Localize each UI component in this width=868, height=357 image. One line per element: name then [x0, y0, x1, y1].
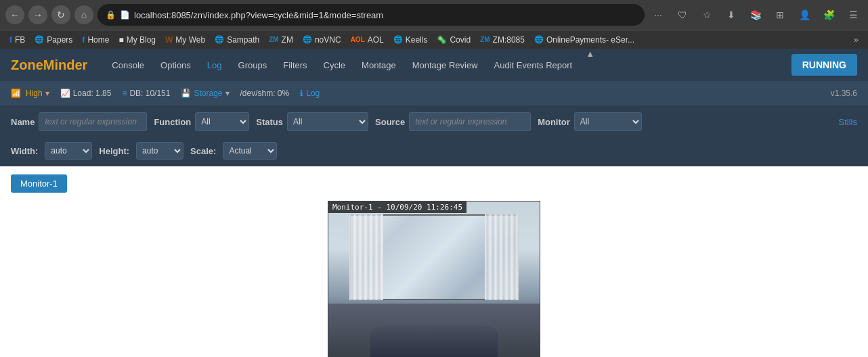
address-text[interactable]: localhost:8085/zm/index.php?view=cycle&m… [134, 10, 636, 20]
scale-bar: Width: auto 320 640 1280 Height: auto 24… [0, 138, 868, 166]
nav-audit[interactable]: Audit Events Report [486, 49, 581, 81]
bookmarks-more-button[interactable]: » [850, 33, 863, 46]
feed-container: Monitor-1 - 10/09/20 11:26:45 [11, 201, 857, 357]
bookmark-fb[interactable]: f FB [5, 34, 29, 46]
globe-icon: 🌐 [35, 35, 44, 44]
settings-button[interactable]: ☰ [844, 5, 863, 24]
page-icon: 📄 [120, 10, 130, 20]
stills-link[interactable]: Stills [839, 117, 857, 127]
status-db: ≡ DB: 10/151 [122, 89, 170, 98]
bookmark-papers-label: Papers [47, 35, 72, 45]
address-bar[interactable]: 🔒 📄 localhost:8085/zm/index.php?view=cyc… [97, 4, 645, 26]
camera-visual [328, 201, 540, 357]
back-button[interactable]: ← [5, 5, 24, 24]
bookmark-fb-label: FB [15, 35, 25, 45]
load-label: Load: 1.85 [73, 89, 112, 98]
bookmark-zm-label: ZM [282, 35, 293, 45]
bookmark-covid[interactable]: 🦠 Covid [433, 34, 475, 46]
storage-dropdown-icon[interactable]: ▾ [225, 89, 230, 98]
monitor-select[interactable]: All Monitor-1 [574, 112, 642, 131]
nav-options[interactable]: Options [152, 49, 199, 81]
sidebar-button[interactable]: 📚 [746, 5, 765, 24]
bookmark-aol[interactable]: AOL AOL [347, 34, 388, 46]
camera-object [370, 325, 497, 357]
home-button[interactable]: ⌂ [74, 5, 93, 24]
globe-icon-3: 🌐 [303, 35, 312, 44]
globe-icon-4: 🌐 [393, 35, 403, 44]
camera-feed: Monitor-1 - 10/09/20 11:26:45 [328, 201, 540, 357]
nav-filters[interactable]: Filters [275, 49, 315, 81]
scale-select[interactable]: Actual 25% 50% 75% 100% 150% 200% [223, 142, 277, 160]
bookmark-myweb[interactable]: W My Web [161, 34, 209, 46]
zm-icon: ZM [269, 36, 278, 43]
globe-icon-2: 🌐 [215, 35, 224, 44]
bookmark-zm8085-label: ZM:8085 [493, 35, 525, 45]
filter-bar: Name Function All Monitor Modect Record … [0, 105, 868, 138]
storage-link[interactable]: Storage [194, 89, 222, 98]
source-input[interactable] [409, 112, 531, 131]
wifi-icon: 📶 [11, 89, 21, 98]
tab-layout-button[interactable]: ⊞ [771, 5, 789, 24]
name-input[interactable] [39, 112, 147, 131]
status-select[interactable]: All Enabled Disabled [287, 112, 368, 131]
browser-chrome: ← → ↻ ⌂ 🔒 📄 localhost:8085/zm/index.php?… [0, 0, 868, 49]
db-icon: ≡ [122, 89, 127, 98]
nav-montage-review[interactable]: Montage Review [404, 49, 486, 81]
nav-groups[interactable]: Groups [230, 49, 276, 81]
blog-icon: ■ [118, 35, 123, 45]
bookmark-home[interactable]: f Home [78, 34, 113, 46]
bookmark-papers[interactable]: 🌐 Papers [30, 34, 77, 46]
profile-button[interactable]: 👤 [795, 5, 814, 24]
high-label[interactable]: High [26, 89, 43, 98]
nav-expand-icon[interactable]: ▲ [580, 49, 600, 81]
forward-button[interactable]: → [28, 5, 47, 24]
bookmark-payments[interactable]: 🌐 OnlinePayments- eSer... [530, 34, 638, 46]
bookmark-payments-label: OnlinePayments- eSer... [546, 35, 634, 45]
zm-logo[interactable]: ZoneMinder [11, 57, 87, 73]
bookmark-novnc[interactable]: 🌐 noVNC [299, 34, 345, 46]
devshm-label: /dev/shm: 0% [240, 89, 290, 98]
downloads-button[interactable]: ⬇ [722, 5, 741, 24]
window-pane [349, 214, 519, 301]
bookmark-keells[interactable]: 🌐 Keells [389, 34, 432, 46]
bookmark-zm[interactable]: ZM ZM [265, 34, 297, 46]
height-label: Height: [99, 146, 129, 156]
bookmark-zm8085[interactable]: ZM ZM:8085 [476, 34, 529, 46]
log-link[interactable]: Log [306, 89, 320, 98]
info-icon: ℹ [300, 89, 303, 98]
menu-button[interactable]: ··· [649, 5, 668, 24]
camera-background [328, 201, 540, 357]
extensions-button[interactable]: 🧩 [819, 5, 838, 24]
bookmark-myweb-label: My Web [175, 35, 205, 45]
nav-console[interactable]: Console [104, 49, 152, 81]
width-label: Width: [11, 146, 38, 156]
load-icon: 📈 [60, 89, 70, 98]
function-select[interactable]: All Monitor Modect Record Mocord Nodect … [195, 112, 249, 131]
bookmark-sampath-label: Sampath [227, 35, 259, 45]
width-select[interactable]: auto 320 640 1280 [45, 142, 92, 160]
status-high[interactable]: 📶 High ▾ [11, 89, 49, 98]
high-dropdown-icon[interactable]: ▾ [45, 89, 49, 98]
main-content: Monitor-1 Monitor-1 - 10/09/20 11:26:45 [0, 166, 868, 357]
nav-cycle[interactable]: Cycle [316, 49, 354, 81]
shield-button[interactable]: 🛡 [673, 5, 692, 24]
status-storage[interactable]: 💾 Storage ▾ [181, 89, 229, 98]
status-log[interactable]: ℹ Log [300, 89, 320, 98]
version-label: v1.35.6 [831, 89, 857, 98]
height-select[interactable]: auto 240 480 720 [136, 142, 183, 160]
nav-log[interactable]: Log [199, 49, 230, 81]
curtain-right [485, 214, 519, 301]
source-filter-group: Source [375, 112, 531, 131]
bookmark-blog[interactable]: ■ My Blog [114, 34, 160, 46]
zm8085-icon: ZM [480, 36, 490, 43]
camera-overlay: Monitor-1 - 10/09/20 11:26:45 [328, 201, 466, 213]
zoneminder-app: ZoneMinder Console Options Log Groups Fi… [0, 49, 868, 357]
monitor-label[interactable]: Monitor-1 [11, 174, 67, 193]
monitor-label: Monitor [538, 117, 570, 127]
bookmark-sampath[interactable]: 🌐 Sampath [211, 34, 263, 46]
refresh-button[interactable]: ↻ [51, 5, 70, 24]
fb-icon-2: f [82, 35, 85, 45]
bookmark-button[interactable]: ☆ [697, 5, 716, 24]
nav-montage[interactable]: Montage [353, 49, 404, 81]
status-devshm: /dev/shm: 0% [240, 89, 290, 98]
